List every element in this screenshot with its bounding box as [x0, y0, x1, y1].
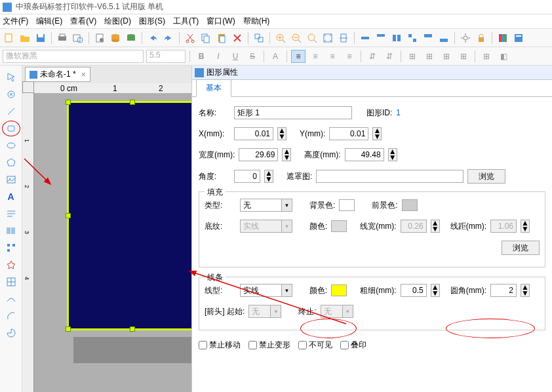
save-icon[interactable]: [34, 31, 47, 45]
line-tool-icon[interactable]: [2, 104, 20, 119]
richtext-tool-icon[interactable]: [2, 206, 20, 222]
bgcolor-swatch[interactable]: [339, 199, 355, 211]
fgcolor-swatch[interactable]: [402, 199, 418, 211]
width-spinner[interactable]: ▲▼: [282, 148, 291, 161]
resize-handle[interactable]: [130, 326, 135, 332]
overprint-checkbox[interactable]: 叠印: [340, 340, 366, 351]
resize-handle[interactable]: [66, 100, 71, 105]
doc-tab-close-icon[interactable]: ×: [81, 70, 86, 79]
y-input[interactable]: [329, 127, 368, 140]
corner-input[interactable]: [490, 284, 517, 297]
barcode-tool-icon[interactable]: [2, 223, 20, 239]
redo-icon[interactable]: [162, 31, 175, 45]
color-icon[interactable]: A: [268, 50, 283, 63]
end-icon[interactable]: ◧: [496, 50, 511, 63]
curve-tool-icon[interactable]: [2, 291, 20, 307]
rect-tool-icon[interactable]: [2, 121, 20, 136]
thickness-input[interactable]: [401, 284, 427, 297]
align-3-icon[interactable]: [390, 31, 403, 45]
print-icon[interactable]: [56, 31, 69, 45]
new-icon[interactable]: [3, 31, 16, 45]
database-icon[interactable]: [109, 31, 122, 45]
menu-edit[interactable]: 编辑(E): [36, 16, 62, 27]
arc-tool-icon[interactable]: [2, 308, 20, 324]
menu-draw[interactable]: 绘图(D): [104, 16, 131, 27]
doc-settings-icon[interactable]: [93, 31, 106, 45]
align-center-icon[interactable]: ≡: [308, 50, 323, 63]
distrib-4-icon[interactable]: ⊞: [456, 50, 471, 63]
preview-icon[interactable]: [71, 31, 85, 45]
line-color-swatch[interactable]: [331, 284, 347, 296]
shape-rectangle[interactable]: [67, 101, 191, 330]
resize-handle[interactable]: [130, 100, 135, 105]
align-2-icon[interactable]: [374, 31, 387, 45]
lock-icon[interactable]: [475, 31, 488, 45]
distrib-1-icon[interactable]: ⊞: [405, 50, 420, 63]
undo-icon[interactable]: [146, 31, 159, 45]
resize-handle[interactable]: [66, 213, 71, 218]
menu-shape[interactable]: 图形(S): [139, 16, 165, 27]
menu-help[interactable]: 帮助(H): [243, 16, 270, 27]
angle-input[interactable]: [234, 170, 260, 183]
angle-spinner[interactable]: ▲▼: [264, 170, 273, 183]
underline-icon[interactable]: U: [228, 50, 243, 63]
grid-tool-icon[interactable]: [2, 274, 20, 290]
qr-tool-icon[interactable]: [2, 240, 20, 256]
mask-input[interactable]: [316, 170, 463, 183]
bold-icon[interactable]: B: [194, 50, 208, 63]
tab-basic[interactable]: 基本: [196, 79, 231, 97]
hand-tool-icon[interactable]: [2, 87, 20, 102]
resize-handle[interactable]: [66, 326, 71, 332]
pie-tool-icon[interactable]: [2, 325, 20, 341]
corner-spinner[interactable]: ▲▼: [521, 284, 530, 297]
polygon-tool-icon[interactable]: [2, 155, 20, 170]
open-icon[interactable]: [18, 31, 31, 45]
mask-browse-button[interactable]: 浏览: [467, 169, 505, 184]
align-5-icon[interactable]: [422, 31, 435, 45]
fit-page-icon[interactable]: [321, 31, 334, 45]
width-input[interactable]: [239, 148, 278, 161]
copy-icon[interactable]: [199, 31, 212, 45]
image-tool-icon[interactable]: [2, 172, 20, 187]
spacing-2-icon[interactable]: ⇵: [382, 50, 397, 63]
star-tool-icon[interactable]: [2, 257, 20, 273]
italic-icon[interactable]: I: [211, 50, 226, 63]
align-left-icon[interactable]: ≡: [291, 50, 306, 63]
distrib-3-icon[interactable]: ⊞: [439, 50, 454, 63]
fill-type-combo[interactable]: 无▼: [240, 199, 292, 212]
font-combo[interactable]: 微软雅黑: [3, 50, 144, 63]
zoom-out-icon[interactable]: [290, 31, 303, 45]
x-spinner[interactable]: ▲▼: [277, 127, 286, 140]
name-input[interactable]: [234, 106, 352, 119]
text-tool-icon[interactable]: A: [2, 189, 20, 205]
delete-icon[interactable]: [231, 31, 244, 45]
database2-icon[interactable]: [125, 31, 138, 45]
grid-icon[interactable]: ⊞: [479, 50, 494, 63]
align-6-icon[interactable]: [437, 31, 450, 45]
cut-icon[interactable]: [184, 31, 197, 45]
lock-move-checkbox[interactable]: 禁止移动: [199, 340, 241, 351]
align-4-icon[interactable]: [406, 31, 419, 45]
spacing-1-icon[interactable]: ⇵: [365, 50, 380, 63]
document-tab[interactable]: 未命名-1 * ×: [25, 67, 90, 82]
y-spinner[interactable]: ▲▼: [372, 127, 382, 140]
invisible-checkbox[interactable]: 不可见: [298, 340, 332, 351]
menu-view[interactable]: 查看(V): [70, 16, 96, 27]
align-1-icon[interactable]: [359, 31, 372, 45]
fill-browse-button[interactable]: 浏览: [502, 241, 540, 255]
select-tool-icon[interactable]: [2, 69, 20, 85]
height-input[interactable]: [345, 148, 384, 161]
zoom-fit-icon[interactable]: [306, 31, 319, 45]
ellipse-tool-icon[interactable]: [2, 138, 20, 153]
thickness-spinner[interactable]: ▲▼: [431, 284, 440, 297]
x-input[interactable]: [234, 127, 273, 140]
lock-transform-checkbox[interactable]: 禁止变形: [248, 340, 290, 351]
align-right-icon[interactable]: ≡: [325, 50, 340, 63]
menu-tool[interactable]: 工具(T): [173, 16, 199, 27]
group-icon[interactable]: [252, 31, 266, 45]
size-combo[interactable]: 5.5: [146, 50, 186, 63]
strike-icon[interactable]: S: [245, 50, 260, 63]
distrib-2-icon[interactable]: ⊞: [422, 50, 437, 63]
fit-width-icon[interactable]: [337, 31, 350, 45]
layers-icon[interactable]: [496, 31, 509, 45]
